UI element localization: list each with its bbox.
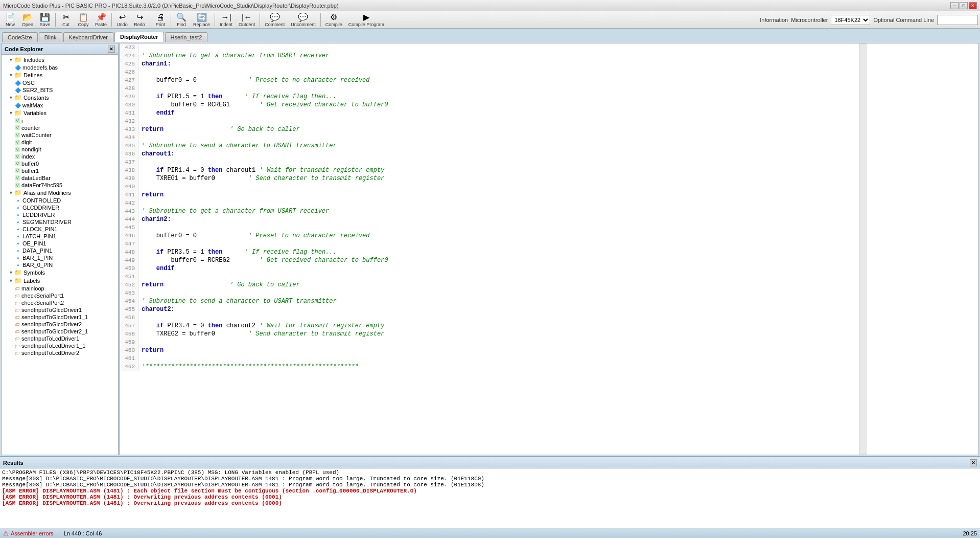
tree-item[interactable]: VdataFor74hc595	[3, 182, 117, 189]
tree-item[interactable]: 🏷sendInputToGlcdDriver1_1	[3, 313, 117, 321]
comment-button[interactable]: 💬 Comment	[262, 12, 287, 28]
split-panel	[866, 43, 978, 455]
label-icon: 🏷	[15, 307, 20, 313]
tree-item[interactable]: 🔷SER2_BITS	[3, 86, 117, 94]
tree-item[interactable]: 🔷modedefs.bas	[3, 64, 117, 71]
tree-item[interactable]: 🔹CONTROLLED	[3, 197, 117, 204]
tree-item[interactable]: ▼📁Alias and Modifiers	[3, 189, 117, 197]
tree-item[interactable]: 🔹LCDDRIVER	[3, 211, 117, 218]
print-button[interactable]: 🖨 Print	[152, 12, 169, 28]
tree-item[interactable]: 🔹LATCH_PIN1	[3, 233, 117, 240]
undo-button[interactable]: ↩ Undo	[114, 12, 130, 28]
results-close-button[interactable]: ✕	[970, 459, 977, 466]
error-icon: ⚠	[3, 530, 9, 537]
tab-keyboarddriver[interactable]: KeyboardDriver	[63, 32, 113, 42]
tree-item[interactable]: Vdigit	[3, 139, 117, 146]
tree-item[interactable]: 🔷OSC	[3, 79, 117, 86]
table-row: 446 buffer0 = 0 ' Preset to no character…	[120, 232, 859, 240]
tree-item[interactable]: 🏷mainloop	[3, 285, 117, 292]
optional-cmd-input[interactable]	[937, 15, 978, 25]
outdent-icon: |←	[242, 13, 252, 22]
tree-item[interactable]: ▼📁Variables	[3, 109, 117, 117]
indent-button[interactable]: →| Indent	[217, 12, 235, 28]
tab-hserin-test2[interactable]: Hserin_test2	[165, 32, 208, 42]
folder-icon: 📁	[14, 94, 22, 101]
tree-item-label: Defines	[24, 72, 42, 78]
find-button[interactable]: 🔍 Find	[173, 12, 190, 28]
compile-program-button[interactable]: ▶ Compile Program	[346, 12, 387, 28]
editor-scrollbar[interactable]	[859, 43, 866, 455]
tree-item[interactable]: 🔹GLCDDRIVER	[3, 204, 117, 211]
tree-item[interactable]: 🔹DATA_PIN1	[3, 247, 117, 254]
label-icon: 🏷	[15, 350, 20, 356]
optional-cmd-label: Optional Command Line	[873, 17, 934, 23]
tree-item[interactable]: 🔹BAR_0_PIN	[3, 261, 117, 268]
save-label: Save	[40, 22, 51, 27]
tree-item[interactable]: 🏷checkSerialPort1	[3, 292, 117, 299]
copy-button[interactable]: 📋 Copy	[75, 12, 91, 28]
cut-button[interactable]: ✂ Cut	[58, 12, 74, 28]
compile-button[interactable]: ⚙ Compile	[323, 12, 345, 28]
microcontroller-select[interactable]: 18F45K22	[831, 15, 870, 25]
tree-item-label: dataFor74hc595	[21, 182, 62, 188]
tree-item[interactable]: 🏷sendInputToGlcdDriver1	[3, 306, 117, 313]
tree-item-label: DATA_PIN1	[22, 248, 52, 254]
tree-item[interactable]: ▼📁Constants	[3, 94, 117, 102]
tree-item[interactable]: 🏷sendInputToGlcdDriver2	[3, 321, 117, 328]
explorer-close-button[interactable]: ✕	[108, 46, 115, 53]
var-icon: V	[15, 132, 20, 138]
maximize-button[interactable]: □	[960, 2, 968, 9]
tab-displayrouter[interactable]: DisplayRouter	[114, 32, 164, 42]
tree-item[interactable]: 🔹BAR_1_PIN	[3, 254, 117, 261]
minimize-button[interactable]: ─	[950, 2, 959, 9]
replace-button[interactable]: 🔄 Replace	[191, 12, 213, 28]
outdent-button[interactable]: |← Outdent	[236, 12, 258, 28]
tree-item[interactable]: Vindex	[3, 153, 117, 160]
table-row: 451	[120, 273, 859, 281]
tree-arrow: ▼	[9, 190, 13, 195]
tree-item[interactable]: ▼📁Labels	[3, 277, 117, 285]
code-editor[interactable]: 423 424' Subroutine to get a character f…	[120, 43, 859, 455]
open-button[interactable]: 📂 Open	[19, 12, 36, 28]
tree-item[interactable]: Vi	[3, 117, 117, 124]
tab-blink[interactable]: Blink	[39, 32, 62, 42]
toolbar: 📄 New 📂 Open 💾 Save ✂ Cut 📋 Copy 📌 Paste…	[0, 11, 980, 29]
var-icon: V	[15, 125, 20, 130]
tree-item[interactable]: 🔹CLOCK_PIN1	[3, 226, 117, 233]
tree-item[interactable]: 🏷sendInputToLcdDriver1	[3, 335, 117, 342]
paste-button[interactable]: 📌 Paste	[92, 12, 109, 28]
save-button[interactable]: 💾 Save	[37, 12, 53, 28]
tree-item[interactable]: 🔹SEGMENTDRIVER	[3, 218, 117, 226]
uncomment-button[interactable]: 💬 Uncomment	[288, 12, 318, 28]
redo-button[interactable]: ↪ Redo	[131, 12, 148, 28]
tree-item[interactable]: ▼📁Defines	[3, 71, 117, 79]
tree-item-label: LATCH_PIN1	[22, 233, 56, 239]
close-button[interactable]: ✕	[969, 2, 977, 9]
tree-item[interactable]: Vcounter	[3, 124, 117, 131]
table-row: 431 endif	[120, 109, 859, 117]
tree-item[interactable]: 🏷checkSerialPort2	[3, 299, 117, 306]
tree-item[interactable]: ▼📁Symbols	[3, 268, 117, 277]
tree-item[interactable]: Vbuffer0	[3, 160, 117, 167]
tree-item[interactable]: VdataLedBar	[3, 174, 117, 182]
tree-item[interactable]: 🏷sendInputToLcdDriver1_1	[3, 342, 117, 349]
tree-item[interactable]: VwaitCounter	[3, 131, 117, 139]
tree-item[interactable]: 🔹OE_PIN1	[3, 240, 117, 247]
new-button[interactable]: 📄 New	[2, 12, 18, 28]
tree-item-label: buffer0	[21, 161, 39, 167]
tab-codesize[interactable]: CodeSize	[2, 32, 38, 42]
line-number: 425	[120, 60, 138, 68]
tree-item[interactable]: Vnondigit	[3, 146, 117, 153]
tree-item[interactable]: 🏷sendInputToLcdDriver2	[3, 349, 117, 356]
tree-item[interactable]: ▼📁Includes	[3, 56, 117, 64]
tree-item[interactable]: Vbuffer1	[3, 167, 117, 174]
tree-item[interactable]: 🏷sendInputToGlcdDriver2_1	[3, 328, 117, 335]
line-number: 450	[120, 264, 138, 273]
line-content: charout2:	[138, 305, 859, 313]
tree-item[interactable]: 🔷waitMax	[3, 102, 117, 109]
tree-item-label: index	[21, 153, 35, 160]
tree-item-label: waitCounter	[21, 132, 52, 138]
table-row: 429 if PIR1.5 = 1 then ' If receive flag…	[120, 93, 859, 101]
code-explorer: Code Explorer ✕ ▼📁Includes🔷modedefs.bas▼…	[1, 43, 119, 455]
status-error: ⚠ Assembler errors	[3, 530, 54, 537]
